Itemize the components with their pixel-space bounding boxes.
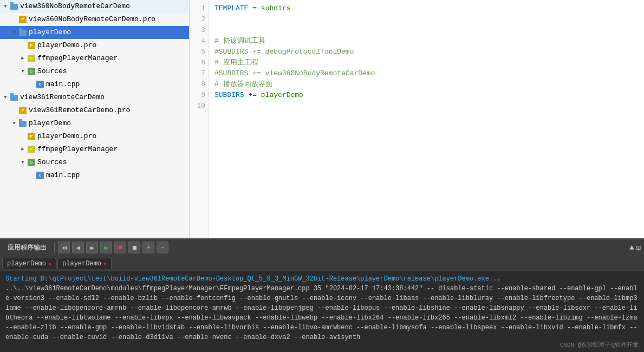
sources-icon: S <box>27 158 36 167</box>
toolbar-btn-run[interactable]: ▶ <box>100 242 112 253</box>
ffmpeg-icon: F <box>27 145 36 154</box>
code-line: # 协议调试工具 <box>214 36 639 47</box>
output-tab-1[interactable]: playerDemo✕ <box>57 258 112 269</box>
tree-item-view360NoBodyRemoteCarDemo.pro[interactable]: Pview360NoBodyRemoteCarDemo.pro <box>0 13 189 26</box>
project-blue-icon <box>18 119 27 128</box>
output-tab-0[interactable]: playerDemo✕ <box>2 258 56 269</box>
chevron-icon[interactable] <box>2 94 9 101</box>
toolbar-btn-add[interactable]: + <box>142 242 154 253</box>
maximize-icon[interactable]: ⊡ <box>636 243 641 252</box>
tree-item-Sources1[interactable]: SSources <box>0 65 189 78</box>
tree-item-label: Sources <box>37 157 67 168</box>
tab-close-icon[interactable]: ✕ <box>48 260 51 267</box>
line-numbers: 12345678910 <box>190 0 209 238</box>
cpp-icon: C <box>36 171 44 180</box>
chevron-icon[interactable] <box>19 146 26 153</box>
tree-item-main1.cpp[interactable]: Cmain.cpp <box>0 78 189 91</box>
output-content[interactable]: Starting D:\qtProject\test\build-view361… <box>0 271 644 352</box>
tab-label: playerDemo <box>7 260 46 268</box>
tree-item-playerDemo1[interactable]: playerDemo <box>0 26 189 39</box>
chevron-icon[interactable] <box>19 68 26 75</box>
code-line: TEMPLATE = subdirs <box>214 3 639 14</box>
bottom-toolbar: 应用程序输出 ⏮ ◀ ▶ ▶ ■ ⏹ + − ▲ ⊡ <box>0 239 644 256</box>
code-content[interactable]: TEMPLATE = subdirs # 协议调试工具 #SUBDIRS += … <box>209 0 644 238</box>
tree-item-label: playerDemo.pro <box>37 131 96 142</box>
line-number: 8 <box>190 79 205 90</box>
ffmpeg-icon: F <box>27 54 36 63</box>
line-number: 4 <box>190 36 205 47</box>
tree-item-ffmpegPlayerManager1[interactable]: FffmpegPlayerManager <box>0 52 189 65</box>
pro-icon: P <box>18 15 27 24</box>
chevron-icon[interactable] <box>11 29 17 36</box>
code-line: # 播放器回放界面 <box>214 79 639 90</box>
code-line: # 应用主工程 <box>214 57 639 68</box>
toolbar-btn-prev[interactable]: ◀ <box>72 242 84 253</box>
pro-icon: P <box>18 106 27 115</box>
code-container: 12345678910 TEMPLATE = subdirs # 协议调试工具 … <box>190 0 644 238</box>
pro-icon: P <box>27 132 36 141</box>
bottom-panel-title: 应用程序输出 <box>3 243 51 252</box>
chevron-icon[interactable] <box>19 159 26 166</box>
chevron-icon[interactable] <box>19 55 26 62</box>
output-tab-bar: playerDemo✕playerDemo✕ <box>0 256 644 271</box>
code-line <box>214 14 639 25</box>
expand-buttons[interactable]: ▲ ⊡ <box>629 243 641 252</box>
sidebar: view360NoBodyRemoteCarDemoPview360NoBody… <box>0 0 190 238</box>
toolbar-btn-stop[interactable]: ■ <box>114 242 126 253</box>
tree-item-label: playerDemo.pro <box>37 40 96 51</box>
tree-item-label: view360NoBodyRemoteCarDemo.pro <box>29 14 155 25</box>
line-number: 6 <box>190 57 205 68</box>
tree-item-view361RemoteCarDemo.pro[interactable]: Pview361RemoteCarDemo.pro <box>0 104 189 117</box>
tree-item-label: view360NoBodyRemoteCarDemo <box>20 1 130 12</box>
project-icon <box>10 2 18 11</box>
chevron-icon[interactable] <box>2 3 9 10</box>
output-line: ..\..\view361RemoteCarDemo\modules\ffmpe… <box>5 284 639 342</box>
tree-item-label: view361RemoteCarDemo <box>20 92 105 103</box>
project-icon <box>10 93 18 102</box>
line-number: 5 <box>190 47 205 57</box>
toolbar-btn-remove[interactable]: − <box>157 242 168 253</box>
chevron-icon[interactable] <box>11 120 17 127</box>
tree-item-label: ffmpegPlayerManager <box>37 53 118 64</box>
tree-item-playerDemo2.pro[interactable]: PplayerDemo.pro <box>0 130 189 143</box>
toolbar-btn-next[interactable]: ▶ <box>86 242 98 253</box>
tree-item-label: view361RemoteCarDemo.pro <box>29 105 130 116</box>
line-number: 1 <box>190 3 205 14</box>
toolbar-btn-prev-prev[interactable]: ⏮ <box>58 242 70 253</box>
tree-item-label: playerDemo <box>29 27 71 38</box>
tree-item-ffmpegPlayerManager2[interactable]: FffmpegPlayerManager <box>0 143 189 156</box>
collapse-icon[interactable]: ▲ <box>629 243 634 252</box>
tree-item-playerDemo2[interactable]: playerDemo <box>0 117 189 130</box>
tree-item-main2.cpp[interactable]: Cmain.cpp <box>0 169 189 182</box>
line-number: 3 <box>190 25 205 36</box>
code-line: SUBDIRS += playerDemo <box>214 90 639 101</box>
tree-item-view361RemoteCarDemo[interactable]: view361RemoteCarDemo <box>0 91 189 104</box>
tab-close-icon[interactable]: ✕ <box>103 260 107 267</box>
code-line <box>214 101 639 112</box>
tree-item-Sources2[interactable]: SSources <box>0 156 189 169</box>
toolbar-separator-1 <box>54 243 55 252</box>
cpp-icon: C <box>36 80 44 89</box>
tree-item-view360NoBodyRemoteCarDemo[interactable]: view360NoBodyRemoteCarDemo <box>0 0 189 13</box>
bottom-panel: 应用程序输出 ⏮ ◀ ▶ ▶ ■ ⏹ + − ▲ ⊡ playerDemo✕pl… <box>0 238 644 352</box>
tab-label: playerDemo <box>62 260 101 268</box>
watermark: CSDN @长沙红胖子Q软件开发 <box>560 341 639 349</box>
main-area: view360NoBodyRemoteCarDemoPview360NoBody… <box>0 0 644 238</box>
sources-icon: S <box>27 67 36 76</box>
line-number: 10 <box>190 101 205 112</box>
toolbar-btn-stop2[interactable]: ⏹ <box>128 242 140 253</box>
line-number: 9 <box>190 90 205 101</box>
output-line: Starting D:\qtProject\test\build-view361… <box>5 274 639 284</box>
tree-item-label: ffmpegPlayerManager <box>37 144 118 155</box>
editor-area: 12345678910 TEMPLATE = subdirs # 协议调试工具 … <box>190 0 644 238</box>
tree-item-playerDemo1.pro[interactable]: PplayerDemo.pro <box>0 39 189 52</box>
code-line <box>214 25 639 36</box>
code-line: #SUBDIRS += view360NoBodyRemoteCarDemo <box>214 68 639 79</box>
line-number: 2 <box>190 14 205 25</box>
project-blue-icon <box>18 28 27 37</box>
code-line: #SUBDIRS += debugProtocolToolDemo <box>214 47 639 57</box>
line-number: 7 <box>190 68 205 79</box>
tree-item-label: Sources <box>37 66 67 77</box>
tree-item-label: main.cpp <box>46 170 80 181</box>
tree-item-label: playerDemo <box>29 118 71 129</box>
